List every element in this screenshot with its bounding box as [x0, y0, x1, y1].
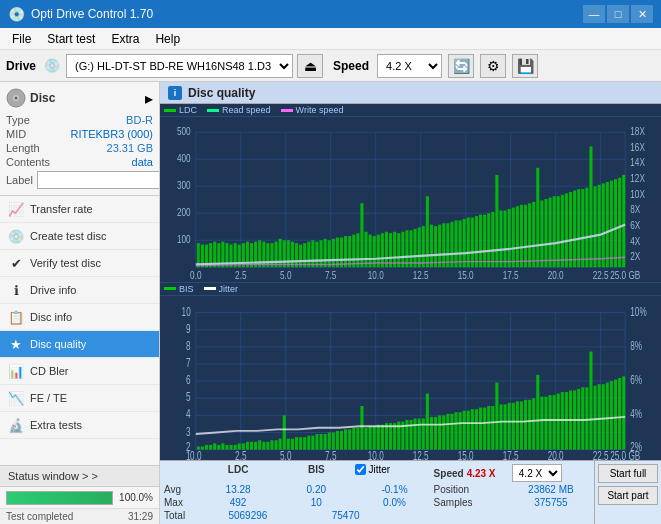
disc-type-value: BD-R [126, 114, 153, 126]
jitter-legend: Jitter [204, 284, 239, 294]
svg-rect-107 [446, 223, 449, 267]
svg-rect-131 [544, 199, 547, 267]
svg-rect-99 [414, 229, 417, 267]
disc-mid-value: RITEKBR3 (000) [70, 128, 153, 140]
sidebar-item-verify-test-disc[interactable]: ✔ Verify test disc [0, 250, 159, 277]
close-button[interactable]: ✕ [631, 5, 653, 23]
sidebar-item-extra-tests[interactable]: 🔬 Extra tests [0, 412, 159, 439]
sidebar-item-fe-te[interactable]: 📉 FE / TE [0, 385, 159, 412]
sidebar-item-disc-info[interactable]: 📋 Disc info [0, 304, 159, 331]
maximize-button[interactable]: □ [607, 5, 629, 23]
drive-selector[interactable]: (G:) HL-DT-ST BD-RE WH16NS48 1.D3 [66, 54, 293, 78]
total-label: Total [164, 510, 199, 521]
svg-rect-85 [356, 233, 359, 267]
start-full-button[interactable]: Start full [598, 464, 658, 483]
jitter-checkbox[interactable] [355, 464, 366, 475]
read-speed-legend-label: Read speed [222, 105, 271, 115]
svg-rect-202 [213, 443, 216, 449]
write-speed-legend: Write speed [281, 105, 344, 115]
progress-area: 100.0% [0, 486, 159, 508]
svg-rect-111 [463, 219, 466, 267]
speed-selector[interactable]: 4.2 X [377, 54, 442, 78]
stats-speed-select-col: 4.2 X [512, 464, 590, 482]
svg-rect-255 [430, 416, 433, 449]
svg-rect-67 [283, 240, 286, 267]
svg-rect-204 [221, 443, 224, 449]
svg-text:12.5: 12.5 [413, 268, 429, 281]
chart1-svg: 500 400 300 200 100 18X 16X 14X 12X 10X … [160, 118, 661, 282]
sidebar-item-create-test-disc[interactable]: 💿 Create test disc [0, 223, 159, 250]
speed-value-stat: 4.23 X [467, 468, 496, 479]
menu-file[interactable]: File [4, 30, 39, 48]
menu-start-test[interactable]: Start test [39, 30, 103, 48]
ldc-legend-color [164, 109, 176, 112]
svg-rect-240 [369, 426, 372, 449]
start-part-button[interactable]: Start part [598, 486, 658, 505]
disc-quality-title: Disc quality [188, 86, 255, 100]
stats-col-bis: BIS [277, 464, 355, 482]
svg-rect-243 [381, 424, 384, 449]
menu-extra[interactable]: Extra [103, 30, 147, 48]
svg-rect-125 [520, 205, 523, 268]
svg-rect-220 [287, 438, 290, 449]
drive-icon: 💿 [44, 58, 60, 73]
svg-rect-215 [266, 441, 269, 449]
svg-rect-242 [377, 424, 380, 449]
disc-mid-row: MID RITEKBR3 (000) [6, 128, 153, 140]
svg-rect-133 [553, 196, 556, 267]
progress-bar [6, 491, 113, 505]
svg-rect-101 [422, 226, 425, 267]
svg-text:400: 400 [177, 152, 191, 165]
svg-rect-146 [606, 182, 609, 267]
disc-expand-icon[interactable]: ▸ [145, 89, 153, 108]
sidebar-item-disc-quality[interactable]: ★ Disc quality [0, 331, 159, 358]
sidebar-item-transfer-rate[interactable]: 📈 Transfer rate [0, 196, 159, 223]
svg-rect-86 [360, 203, 363, 267]
fe-te-icon: 📉 [8, 390, 24, 406]
disc-contents-value: data [132, 156, 153, 168]
svg-rect-79 [332, 239, 335, 267]
svg-rect-251 [414, 418, 417, 449]
charts-stats-area: LDC Read speed Write speed [160, 104, 661, 524]
bis-legend-color [164, 287, 176, 290]
svg-rect-122 [508, 209, 511, 267]
svg-rect-232 [336, 430, 339, 449]
svg-rect-298 [606, 382, 609, 449]
svg-rect-126 [524, 205, 527, 268]
svg-rect-212 [254, 441, 257, 449]
svg-rect-83 [348, 236, 351, 267]
total-bis: 75470 [297, 510, 395, 521]
status-window-button[interactable]: Status window > > [0, 465, 159, 486]
status-window-label: Status window > > [8, 470, 98, 482]
svg-text:20.0: 20.0 [548, 268, 564, 281]
write-speed-legend-color [281, 109, 293, 112]
svg-rect-103 [430, 225, 433, 268]
disc-label-input[interactable] [37, 171, 160, 189]
svg-rect-254 [426, 393, 429, 449]
sidebar-item-cd-bler[interactable]: 📊 CD Bler [0, 358, 159, 385]
jitter-checkbox-label[interactable]: Jitter [355, 464, 433, 475]
menu-help[interactable]: Help [147, 30, 188, 48]
svg-rect-135 [561, 195, 564, 268]
options-button[interactable]: ⚙ [480, 54, 506, 78]
svg-rect-266 [475, 409, 478, 449]
svg-rect-260 [450, 413, 453, 449]
svg-rect-198 [197, 446, 200, 449]
svg-rect-74 [311, 240, 314, 267]
avg-ldc: 13.28 [199, 484, 277, 495]
refresh-button[interactable]: 🔄 [448, 54, 474, 78]
extra-tests-icon: 🔬 [8, 417, 24, 433]
save-button[interactable]: 💾 [512, 54, 538, 78]
disc-quality-label: Disc quality [30, 338, 86, 350]
svg-text:7: 7 [186, 355, 191, 369]
svg-rect-144 [598, 185, 601, 267]
svg-rect-214 [262, 441, 265, 449]
sidebar-item-drive-info[interactable]: ℹ Drive info [0, 277, 159, 304]
bis-legend-label: BIS [179, 284, 194, 294]
eject-button[interactable]: ⏏ [297, 54, 323, 78]
minimize-button[interactable]: — [583, 5, 605, 23]
svg-rect-62 [262, 242, 265, 268]
svg-rect-128 [532, 202, 535, 267]
disc-panel: Disc ▸ Type BD-R MID RITEKBR3 (000) Leng… [0, 82, 159, 196]
jitter-speed-select[interactable]: 4.2 X [512, 464, 562, 482]
